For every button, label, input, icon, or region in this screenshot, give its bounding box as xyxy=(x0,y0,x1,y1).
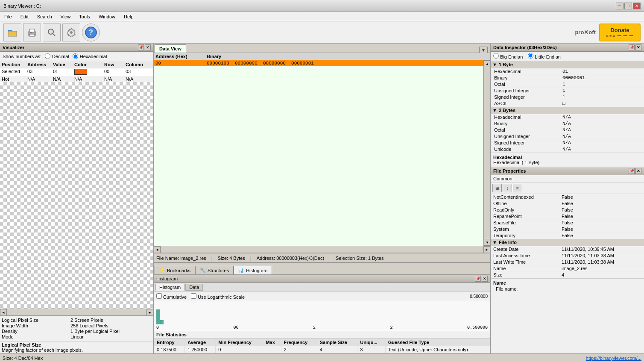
minimize-button[interactable]: − xyxy=(616,3,624,9)
fp-pin[interactable]: 📌 xyxy=(629,168,635,174)
fp-grid-btn[interactable]: ⊞ xyxy=(492,184,502,192)
settings-button[interactable] xyxy=(62,24,80,41)
di-uint-val: 1 xyxy=(562,88,641,93)
di-2binary-key: Binary xyxy=(494,121,562,126)
fp-header: File Properties 📌 ✕ xyxy=(491,167,644,175)
svg-rect-5 xyxy=(29,34,35,36)
status-selection: Selection Size: 1 Bytes xyxy=(336,256,384,261)
open-file-button[interactable] xyxy=(3,24,21,41)
bookmarks-icon: ⭐ xyxy=(159,268,165,273)
visualizer-close[interactable]: ✕ xyxy=(145,44,151,50)
cumulative-option[interactable]: Cumulative xyxy=(156,293,187,300)
cumulative-checkbox[interactable] xyxy=(156,293,162,299)
print-button[interactable] xyxy=(23,24,41,41)
fp-close[interactable]: ✕ xyxy=(635,168,641,174)
little-endian-label[interactable]: Little Endian xyxy=(528,53,561,59)
data-inspector: Data Inspector (03Hex/3Dec) 📌 ✕ Big Endi… xyxy=(491,44,644,167)
di-close[interactable]: ✕ xyxy=(635,44,641,50)
tab-structures[interactable]: 🔧 Structures xyxy=(195,266,234,274)
di-2hex-val: N/A xyxy=(562,115,641,120)
data-view-tab[interactable]: Data View xyxy=(155,44,186,53)
tab-bookmarks[interactable]: ⭐ Bookmarks xyxy=(155,266,195,274)
visualizer-pin[interactable]: 📌 xyxy=(138,44,144,50)
menu-edit[interactable]: Edit xyxy=(18,13,31,20)
fp-title: File Properties xyxy=(493,168,526,174)
fp-file-info-title: File Info xyxy=(499,240,517,245)
menu-help[interactable]: Help xyxy=(121,13,136,20)
di-hex-row: Hexadecimal 01 xyxy=(491,68,644,75)
fp-key-3: ReparsePoint xyxy=(493,214,562,219)
scroll-right-dv[interactable]: ► xyxy=(483,246,490,253)
fp-controls: 📌 ✕ xyxy=(629,168,641,174)
fp-fi-val-1: 11/11/2020, 11:03:38 AM xyxy=(562,253,641,258)
histogram-pin[interactable]: 📌 xyxy=(475,276,481,282)
menu-tools[interactable]: Tools xyxy=(76,13,93,20)
maximize-button[interactable]: □ xyxy=(624,3,632,9)
histogram-tab-histogram[interactable]: Histogram xyxy=(155,284,184,291)
status-address: Address: 00000003(Hex)/3(Dec) xyxy=(257,256,324,261)
di-2uint-key: Unsigned Integer xyxy=(494,134,562,139)
fp-common: Common xyxy=(491,175,644,182)
histogram-title: Histogram xyxy=(156,276,178,281)
scroll-right[interactable]: ► xyxy=(146,309,153,316)
svg-text:?: ? xyxy=(89,29,93,36)
decimal-radio-label[interactable]: Decimal xyxy=(45,53,69,59)
fp-sort-btn[interactable]: ↕ xyxy=(503,184,512,192)
find-button[interactable] xyxy=(43,24,61,41)
close-button[interactable]: ✕ xyxy=(633,3,641,9)
fp-fi-row-2: Last Write Time 11/11/2020, 11:03:38 AM xyxy=(491,259,644,265)
di-sint-key: Signed Integer xyxy=(494,94,562,100)
fp-key-0: NotContentIndexed xyxy=(493,194,562,200)
di-pin[interactable]: 📌 xyxy=(629,44,635,50)
status-size: Size: 4 Bytes xyxy=(218,256,245,261)
histogram-close[interactable]: ✕ xyxy=(482,276,488,282)
di-unicode-row: Unicode N/A xyxy=(491,146,644,153)
mode-value: Linear xyxy=(70,334,152,339)
fp-file-info-section[interactable]: ▼ File Info xyxy=(491,239,644,246)
row-sel-pos: Selected xyxy=(2,69,27,76)
hexadecimal-radio-label[interactable]: Hexadecimal xyxy=(73,53,107,59)
log-scale-checkbox[interactable] xyxy=(191,293,196,299)
little-endian-radio[interactable] xyxy=(528,53,533,59)
histogram-tab-data[interactable]: Data xyxy=(185,284,203,291)
help-button[interactable]: ? xyxy=(82,24,100,41)
big-endian-label[interactable]: Big Endian xyxy=(493,53,523,59)
dv-row-0[interactable]: 00 00000100 00000000 00000000 00000001 xyxy=(154,60,483,66)
fp-val-1: False xyxy=(562,201,641,206)
fp-list-btn[interactable]: ≡ xyxy=(513,184,522,192)
hexadecimal-radio[interactable] xyxy=(73,53,78,59)
col-position: Position xyxy=(2,62,27,67)
tab-histogram[interactable]: 📊 Histogram xyxy=(234,266,272,274)
di-unicode-key: Unicode xyxy=(494,147,562,152)
menu-window[interactable]: Window xyxy=(96,13,118,20)
di-2bytes-section[interactable]: ▼ 2 Bytes xyxy=(491,107,644,114)
mode-label: Mode xyxy=(2,334,70,339)
menu-search[interactable]: Search xyxy=(35,13,55,20)
dv-col-binary: Binary xyxy=(207,54,489,59)
fp-fi-val-3: image_2.res xyxy=(562,266,641,271)
menu-view[interactable]: View xyxy=(58,13,73,20)
decimal-radio[interactable] xyxy=(45,53,50,59)
di-1byte-section[interactable]: ▼ 1 Byte xyxy=(491,61,644,68)
col-entropy: Entropy xyxy=(154,339,185,346)
log-scale-option[interactable]: Use Logarithmic Scale xyxy=(191,293,245,300)
paypal-icons: VISA 💳 💳 💳 xyxy=(606,34,634,38)
stat-frequency: 2 xyxy=(281,346,317,353)
fp-fi-row-0: Create Date 11/11/2020, 10:39:45 AM xyxy=(491,246,644,253)
di-hex-val: 01 xyxy=(562,69,641,74)
scroll-up[interactable]: ▲ xyxy=(484,60,490,67)
scroll-down[interactable]: ▼ xyxy=(484,239,490,246)
stat-guessed-type: Text (Unicode, Upper Characters only) xyxy=(385,346,490,353)
scroll-left[interactable]: ◄ xyxy=(0,309,7,316)
scroll-left-dv[interactable]: ◄ xyxy=(154,246,161,253)
menu-file[interactable]: File xyxy=(2,13,15,20)
svg-rect-4 xyxy=(29,29,35,32)
color-swatch xyxy=(74,69,87,75)
donate-button[interactable]: Donate VISA 💳 💳 💳 xyxy=(599,24,641,41)
dens-label: Density xyxy=(2,329,70,334)
big-endian-radio[interactable] xyxy=(493,53,499,59)
fp-fi-val-2: 11/11/2020, 11:03:38 AM xyxy=(562,259,641,265)
di-2sint-val: N/A xyxy=(562,140,641,145)
histogram-bars xyxy=(155,302,489,325)
log-scale-label: Use Logarithmic Scale xyxy=(198,294,245,300)
